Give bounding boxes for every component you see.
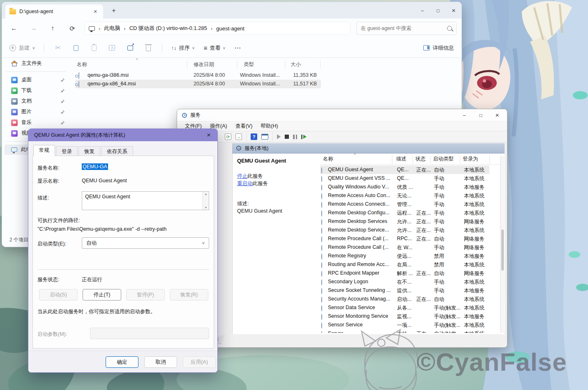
delete-icon[interactable] (144, 44, 153, 53)
service-row[interactable]: Sensor Data Service 从各... 手动(触发... 本地系统 (320, 303, 489, 312)
service-row[interactable]: QEMU Guest Agent VSS ... QE... 手动 本地系统 (320, 174, 489, 183)
file-row[interactable]: qemu-ga-i386.msi 2025/8/4 8:00 Windows I… (75, 71, 321, 80)
column-header-date[interactable]: 修改日期 (194, 61, 214, 68)
service-gear-icon (321, 245, 322, 251)
cancel-button[interactable]: 取消 (144, 356, 177, 368)
export-list-icon[interactable]: → (235, 133, 242, 140)
breadcrumb-item[interactable]: › 此电脑 (95, 25, 120, 32)
rename-icon[interactable]: A (108, 44, 117, 53)
tab-close-icon[interactable]: ✕ (92, 8, 99, 15)
explorer-minimize-button[interactable]: – (415, 5, 429, 16)
nav-back-icon[interactable]: ← (8, 23, 20, 34)
service-row[interactable]: Secondary Logon 在不... 手动 本地系统 (320, 278, 489, 286)
new-button[interactable]: 新建 ˅ (9, 44, 35, 52)
pause-service-icon[interactable] (293, 135, 297, 139)
restart-service-link[interactable]: 重启动 (237, 181, 253, 186)
service-row[interactable]: RPC Endpoint Mapper 解析 ... 正在... 自动 网络服务 (320, 269, 489, 278)
view-button[interactable]: ≡ 查看 ˅ (204, 44, 226, 52)
help-icon[interactable]: ? (251, 133, 257, 140)
pause-button[interactable]: 暂停(P) (126, 289, 165, 301)
nav-up-icon[interactable]: ↑ (46, 23, 59, 34)
service-row[interactable]: Remote Desktop Service... 允许... 正在... 手动… (320, 226, 489, 234)
apply-button[interactable]: 应用(A) (183, 356, 216, 368)
startup-type-dropdown[interactable]: 自动 ˅ (82, 237, 209, 249)
service-row[interactable]: Remote Access Connecti... 管理... 手动 本地系统 (320, 200, 489, 209)
scroll-up-icon[interactable]: ▲ (205, 193, 208, 195)
sidebar-item-documents[interactable]: 文档 (5, 96, 68, 106)
services-scrollbar[interactable] (500, 156, 504, 333)
column-header-size[interactable]: 大小 (291, 61, 301, 68)
resume-button[interactable]: 恢复(R) (170, 289, 208, 301)
nav-refresh-icon[interactable]: ⟳ (66, 23, 78, 34)
menu-item[interactable]: 查看(V) (232, 122, 256, 131)
service-row[interactable]: Remote Procedure Call (... 在 W... 手动 网络服… (320, 243, 489, 252)
column-header-type[interactable]: 类型 (244, 61, 254, 68)
explorer-close-button[interactable]: ✕ (447, 5, 461, 16)
dialog-close-button[interactable]: ✕ (203, 130, 215, 140)
service-row[interactable]: Sensor Service 一项... 手动(触发... 本地系统 (320, 321, 489, 329)
services-maximize-button[interactable]: □ (473, 110, 489, 121)
scroll-down-icon[interactable]: ▼ (205, 206, 208, 209)
cut-icon[interactable]: ✂ (53, 44, 62, 53)
sidebar-item-home[interactable]: 主文件夹 (5, 58, 68, 69)
dialog-tab[interactable]: 登录 (56, 146, 78, 156)
sidebar-item-pictures[interactable]: 图片 (5, 107, 68, 117)
restart-service-icon[interactable] (301, 135, 307, 139)
service-row[interactable]: Routing and Remote Acc... 在局... 禁用 本地系统 (320, 260, 489, 269)
file-row[interactable]: qemu-ga-x86_64.msi 2025/8/4 8:00 Windows… (75, 80, 321, 88)
column-header-status[interactable]: 状态 (415, 156, 426, 163)
column-header-name[interactable]: 名称 (77, 61, 87, 68)
sidebar-item-music[interactable]: 音乐 (5, 117, 68, 128)
properties-window-icon[interactable] (261, 134, 268, 140)
share-icon[interactable] (126, 44, 135, 53)
scrollbar-thumb[interactable] (501, 229, 504, 271)
ok-button[interactable]: 确定 (106, 356, 138, 368)
service-row[interactable]: Quality Windows Audio V... 优质 ... 手动 本地服… (320, 183, 489, 191)
service-row[interactable]: QEMU Guest Agent QE... 正在... 自动 本地系统 (320, 165, 489, 174)
service-row[interactable]: Remote Registry 使远... 禁用 本地服务 (320, 252, 489, 260)
sort-button[interactable]: ↑↓ 排序 ˅ (171, 44, 195, 52)
service-row[interactable]: Server 支持... 正在... 自动(触发... 本地系统 (320, 329, 489, 333)
refresh-icon[interactable]: ⟳ (225, 133, 231, 140)
services-close-button[interactable]: ✕ (489, 110, 505, 121)
service-row[interactable]: Remote Access Auto Con... 无论... 手动 本地系统 (320, 191, 489, 200)
sidebar-item-downloads[interactable]: 下载 (5, 85, 68, 96)
start-button[interactable]: 启动(S) (39, 289, 78, 301)
textbox-scrollbar[interactable]: ▲ ▼ (203, 192, 209, 210)
start-service-icon[interactable] (277, 134, 281, 139)
service-row[interactable]: Remote Desktop Configu... 远程... 正在... 手动… (320, 209, 489, 217)
search-input[interactable] (361, 25, 447, 31)
breadcrumb-item[interactable]: › guest-agent (207, 25, 244, 32)
dialog-tab[interactable]: 恢复 (78, 146, 100, 156)
sidebar-item-desktop[interactable]: 桌面 (5, 75, 68, 85)
stop-button[interactable]: 停止(T) (83, 289, 121, 301)
dialog-tab[interactable]: 常规 (33, 145, 55, 156)
service-row[interactable]: Security Accounts Manag... 启动... 正在... 自… (320, 295, 489, 303)
service-row[interactable]: Remote Desktop Services 允许... 正在... 手动 网… (320, 217, 489, 226)
column-header-name[interactable]: 名称 (323, 156, 333, 163)
description-textbox[interactable]: QEMU Guest Agent ▲ ▼ (82, 191, 209, 210)
stop-service-link[interactable]: 停止 (237, 173, 247, 179)
column-header-description[interactable]: 描述 (396, 156, 406, 163)
sidebar-item-icon (11, 130, 18, 137)
services-minimize-button[interactable]: – (456, 110, 473, 121)
more-options-icon[interactable]: ⋯ (234, 44, 241, 52)
service-row[interactable]: Secure Socket Tunneling ... 提供... 手动 本地服… (320, 286, 489, 295)
details-pane-button[interactable]: 详细信息 (423, 44, 454, 52)
menu-item[interactable]: 帮助(H) (257, 122, 281, 131)
copy-icon[interactable] (71, 44, 81, 53)
breadcrumb-item[interactable]: › CD 驱动器 (D:) virtio-win-0.1.285 (120, 25, 207, 32)
new-tab-button[interactable]: + (109, 7, 119, 16)
explorer-tab[interactable]: D:\guest-agent ✕ (5, 5, 103, 18)
nav-forward-icon[interactable]: → (28, 23, 40, 34)
paste-icon[interactable] (90, 44, 99, 53)
column-header-logon-as[interactable]: 登录为 (463, 156, 478, 163)
service-row[interactable]: Sensor Monitoring Service 监视... 手动(触发...… (320, 312, 489, 321)
service-name-value[interactable]: QEMU-GA (82, 164, 108, 170)
dialog-tab[interactable]: 依存关系 (101, 146, 133, 156)
search-box[interactable] (356, 22, 457, 35)
stop-service-icon[interactable] (285, 135, 289, 139)
explorer-maximize-button[interactable]: □ (431, 5, 445, 16)
service-row[interactable]: Remote Procedure Call (... RPC... 正在... … (320, 234, 489, 243)
column-header-startup-type[interactable]: 启动类型 (433, 156, 454, 163)
